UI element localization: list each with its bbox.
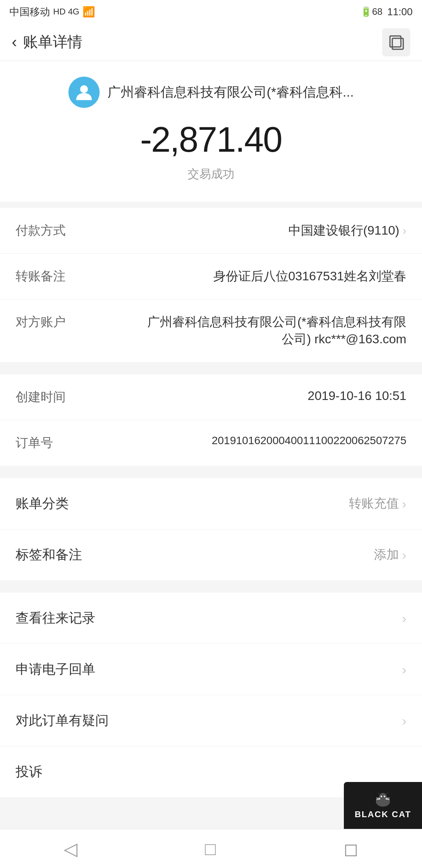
order-no-label: 订单号	[16, 434, 94, 452]
carrier-label: 中国移动	[9, 5, 50, 19]
svg-marker-7	[377, 791, 380, 794]
tags-chevron: ›	[402, 547, 406, 563]
svg-rect-0	[390, 36, 401, 47]
svg-point-6	[379, 793, 387, 801]
status-bar-left: 中国移动 HD 4G 📶	[9, 5, 95, 19]
merchant-section: 广州睿科信息科技有限公司(*睿科信息科... -2,871.40 交易成功	[0, 61, 422, 202]
black-cat-watermark: BLACK CAT	[344, 782, 422, 829]
transaction-status: 交易成功	[188, 166, 234, 182]
view-history-row[interactable]: 查看往来记录 ›	[0, 593, 422, 644]
classification-section: 账单分类 转账充值 › 标签和备注 添加 ›	[0, 478, 422, 580]
status-bar: 中国移动 HD 4G 📶 🔋68 11:00	[0, 0, 422, 23]
content: 广州睿科信息科技有限公司(*睿科信息科... -2,871.40 交易成功 付款…	[0, 61, 422, 868]
time-label: 11:00	[387, 6, 413, 18]
battery-icon: 🔋68	[360, 6, 383, 17]
merchant-avatar	[68, 77, 100, 108]
signal-icon: 📶	[82, 6, 95, 18]
nav-home-button[interactable]: □	[205, 838, 216, 859]
payment-method-label: 付款方式	[16, 222, 94, 239]
merchant-row: 广州睿科信息科技有限公司(*睿科信息科...	[68, 77, 354, 108]
status-bar-right: 🔋68 11:00	[360, 6, 413, 18]
nav-back-button[interactable]: ◁	[64, 838, 77, 859]
tags-value: 添加 ›	[374, 546, 406, 563]
back-button[interactable]: ‹	[12, 33, 17, 51]
section-divider-2	[0, 472, 422, 478]
transfer-note-value: 身份证后八位03167531姓名刘堂春	[94, 268, 406, 285]
svg-point-10	[384, 796, 385, 797]
tags-label: 标签和备注	[16, 546, 82, 564]
transfer-note-label: 转账备注	[16, 268, 94, 285]
complain-label: 投诉	[16, 763, 42, 781]
category-value: 转账充值 ›	[349, 495, 406, 512]
payment-method-row: 付款方式 中国建设银行(9110) ›	[0, 208, 422, 254]
view-history-label: 查看往来记录	[16, 609, 95, 627]
create-time-row: 创建时间 2019-10-16 10:51	[0, 375, 422, 420]
svg-line-14	[386, 799, 390, 800]
bottom-nav: ◁ □ ◻	[0, 829, 422, 868]
header-left: ‹ 账单详情	[12, 32, 82, 52]
category-row[interactable]: 账单分类 转账充值 ›	[0, 478, 422, 529]
order-no-value: 20191016200040011100220062507275	[94, 434, 406, 447]
tags-row[interactable]: 标签和备注 添加 ›	[0, 529, 422, 580]
svg-line-12	[376, 799, 380, 800]
create-time-label: 创建时间	[16, 389, 94, 406]
merchant-name: 广州睿科信息科技有限公司(*睿科信息科...	[107, 83, 354, 101]
svg-point-9	[381, 796, 382, 797]
nav-recent-button[interactable]: ◻	[343, 838, 358, 859]
transfer-note-row: 转账备注 身份证后八位03167531姓名刘堂春	[0, 254, 422, 299]
question-order-row[interactable]: 对此订单有疑问 ›	[0, 695, 422, 746]
page-title: 账单详情	[23, 32, 82, 52]
network-type: HD 4G	[53, 7, 79, 17]
view-history-chevron: ›	[402, 611, 406, 626]
category-chevron: ›	[402, 496, 406, 511]
person-icon	[75, 83, 93, 102]
counterparty-row: 对方账户 广州睿科信息科技有限公司(*睿科信息科技有限 公司) rkc***@1…	[0, 299, 422, 362]
request-receipt-chevron: ›	[402, 662, 406, 677]
window-button[interactable]	[382, 28, 410, 56]
request-receipt-row[interactable]: 申请电子回单 ›	[0, 644, 422, 695]
section-divider-1	[0, 368, 422, 375]
counterparty-label: 对方账户	[16, 314, 94, 331]
svg-rect-1	[392, 38, 403, 49]
svg-point-2	[80, 85, 88, 93]
order-detail-section: 创建时间 2019-10-16 10:51 订单号 20191016200040…	[0, 375, 422, 466]
transaction-amount: -2,871.40	[140, 120, 282, 160]
window-icon	[388, 34, 404, 50]
order-no-row: 订单号 20191016200040011100220062507275	[0, 420, 422, 466]
svg-line-11	[376, 798, 380, 798]
action-section: 查看往来记录 › 申请电子回单 › 对此订单有疑问 › 投诉	[0, 593, 422, 797]
payment-chevron: ›	[402, 224, 406, 237]
category-label: 账单分类	[16, 495, 69, 513]
create-time-value: 2019-10-16 10:51	[94, 389, 406, 403]
cat-logo-icon	[373, 791, 393, 807]
svg-marker-8	[386, 791, 389, 794]
payment-method-value: 中国建设银行(9110) ›	[94, 222, 406, 239]
request-receipt-label: 申请电子回单	[16, 660, 95, 678]
header: ‹ 账单详情	[0, 23, 422, 61]
black-cat-label: BLACK CAT	[355, 809, 411, 820]
question-order-chevron: ›	[402, 713, 406, 728]
payment-detail-section: 付款方式 中国建设银行(9110) › 转账备注 身份证后八位03167531姓…	[0, 208, 422, 362]
svg-line-13	[386, 798, 390, 798]
section-divider-3	[0, 586, 422, 593]
question-order-label: 对此订单有疑问	[16, 712, 109, 730]
counterparty-value: 广州睿科信息科技有限公司(*睿科信息科技有限 公司) rkc***@163.co…	[94, 314, 406, 348]
